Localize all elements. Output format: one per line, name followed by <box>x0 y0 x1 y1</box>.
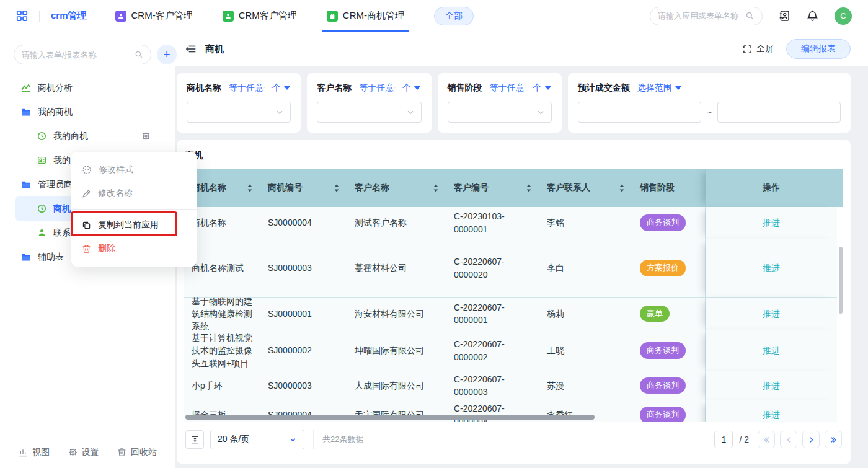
footer-label: 设置 <box>82 447 99 458</box>
add-form-button[interactable]: + <box>157 45 177 64</box>
filter-value-select[interactable] <box>448 102 552 123</box>
column-header-kehu-bianhao[interactable]: 客户编号 <box>446 169 539 207</box>
sidebar-item-wode-shangji-report[interactable]: 我的商机 <box>0 124 175 148</box>
cell-customer-code: C-20220607-0000001 <box>446 298 539 330</box>
advance-stage-link[interactable]: 推进 <box>763 408 780 421</box>
tab-crm-kehuguanli-2[interactable]: CRM客户管理 <box>223 0 297 32</box>
sidebar-item-wode-shangji-folder[interactable]: 我的商机 <box>0 100 175 124</box>
cell-customer: 测试客户名称 <box>347 207 446 239</box>
range-min-input[interactable] <box>578 102 701 123</box>
filter-label: 销售阶段 <box>448 82 482 94</box>
sidebar-item-label: 商机分析 <box>38 82 73 94</box>
scrollbar-gutter <box>837 400 843 422</box>
chevron-down-icon <box>289 436 297 444</box>
table-row[interactable]: 基于物联网的建筑结构健康检测系统 SJ0000001 海安材料有限公司 C-20… <box>184 298 843 330</box>
pencil-icon <box>82 189 91 198</box>
cell-contact: 杨莉 <box>539 298 632 330</box>
item-settings-gear-icon[interactable] <box>141 131 151 141</box>
search-icon <box>745 11 755 20</box>
stage-badge: 赢单 <box>640 306 670 322</box>
filter-operator-dropdown[interactable]: 选择范围 <box>637 82 681 94</box>
cell-code: SJ0000003 <box>260 239 347 298</box>
menu-item-modify-style[interactable]: 修改样式 <box>71 158 197 182</box>
filter-shangji-mingcheng: 商机名称 等于任意一个 <box>177 73 301 133</box>
prev-page-button[interactable] <box>780 431 797 448</box>
cell-customer: 大成国际有限公司 <box>347 371 446 400</box>
filter-operator-dropdown[interactable]: 等于任意一个 <box>229 82 290 94</box>
table-row[interactable]: 商机名称 SJ0000004 测试客户名称 C-20230103-0000001… <box>184 207 843 239</box>
pagination-bar: 20 条/页 共22条数据 / 2 <box>184 429 843 450</box>
gear-icon <box>68 448 78 457</box>
sort-icon[interactable] <box>433 184 438 192</box>
cell-customer-code: C-20220607-0000003 <box>446 371 539 400</box>
global-search[interactable] <box>650 7 763 25</box>
all-apps-pill[interactable]: 全部 <box>434 7 474 25</box>
cell-contact: 李白 <box>539 239 632 298</box>
cell-code: SJ0000003 <box>260 371 347 400</box>
sort-icon[interactable] <box>526 184 531 192</box>
caret-down-icon <box>675 86 681 90</box>
apps-grid-icon[interactable] <box>16 10 28 22</box>
cell-customer-code: C-20230103-0000001 <box>446 207 539 239</box>
row-height-button[interactable] <box>185 430 204 449</box>
stage-badge: 商务谈判 <box>640 214 686 231</box>
advance-stage-link[interactable]: 推进 <box>763 307 780 320</box>
advance-stage-link[interactable]: 推进 <box>763 379 780 392</box>
folder-icon <box>21 252 31 262</box>
tab-crm-shangjiguanli[interactable]: CRM-商机管理 <box>327 0 404 32</box>
horizontal-scrollbar[interactable] <box>185 415 595 420</box>
sidebar-search[interactable] <box>14 45 151 64</box>
last-page-button[interactable] <box>825 431 842 448</box>
cell-stage: 赢单 <box>632 298 706 330</box>
sidebar-search-input[interactable] <box>22 50 131 60</box>
footer-settings-button[interactable]: 设置 <box>68 447 99 458</box>
global-search-input[interactable] <box>658 11 742 20</box>
sidebar-item-shangji-fenxi[interactable]: 商机分析 <box>0 76 175 100</box>
footer-recycle-bin-button[interactable]: 回收站 <box>117 447 157 458</box>
menu-item-rename[interactable]: 修改名称 <box>71 182 197 205</box>
sort-icon[interactable] <box>247 184 252 192</box>
home-app-link[interactable]: crm管理 <box>51 10 87 22</box>
page-size-select[interactable]: 20 条/页 <box>210 430 304 449</box>
collapse-sidebar-icon[interactable] <box>185 43 197 55</box>
column-header-shangji-bianhao[interactable]: 商机编号 <box>260 169 347 207</box>
column-header-kehu-lianxiren[interactable]: 客户联系人 <box>539 169 632 207</box>
column-header-kehu-mingcheng[interactable]: 客户名称 <box>347 169 446 207</box>
menu-item-copy-to-current-app[interactable]: 复制到当前应用 <box>71 213 197 237</box>
table-row[interactable]: 基于计算机视觉技术的监控摄像头互联网+项目 SJ0000002 坤曜国际有限公司… <box>184 330 843 371</box>
column-header-xiaoshou-jieduan[interactable]: 销售阶段 <box>632 169 706 207</box>
table-row[interactable]: 商机名称测试 SJ0000003 蔓霍材料公司 C-20220607-00000… <box>184 239 843 298</box>
current-page-input[interactable] <box>714 431 733 448</box>
tab-crm-kehuguanli-1[interactable]: CRM-客户管理 <box>115 0 193 32</box>
stage-badge: 商务谈判 <box>640 342 686 359</box>
next-page-button[interactable] <box>802 431 820 448</box>
copy-icon <box>82 221 91 230</box>
first-page-button[interactable] <box>758 431 775 448</box>
advance-stage-link[interactable]: 推进 <box>763 216 780 229</box>
advance-stage-link[interactable]: 推进 <box>763 262 780 274</box>
notification-bell-icon[interactable] <box>807 10 818 22</box>
edit-report-button[interactable]: 编辑报表 <box>786 39 851 59</box>
contacts-book-icon[interactable] <box>779 10 790 22</box>
filter-value-select[interactable] <box>187 102 291 123</box>
vertical-scrollbar[interactable] <box>839 247 843 314</box>
filter-label: 预计成交金额 <box>578 82 630 94</box>
fullscreen-button[interactable]: 全屏 <box>743 43 774 55</box>
stage-badge: 商务谈判 <box>640 407 686 422</box>
menu-item-delete[interactable]: 删除 <box>71 237 197 260</box>
filter-operator-dropdown[interactable]: 等于任意一个 <box>490 82 551 94</box>
chevron-down-icon <box>536 108 545 117</box>
menu-divider <box>71 209 197 210</box>
range-max-input[interactable] <box>717 102 841 123</box>
sort-icon[interactable] <box>619 184 624 192</box>
sort-icon[interactable] <box>334 184 339 192</box>
table-row[interactable]: 小p手环 SJ0000003 大成国际有限公司 C-20220607-00000… <box>184 371 843 400</box>
cell-name: 小p手环 <box>184 371 260 400</box>
column-header-caozuo: 操作 <box>706 169 837 207</box>
cell-contact: 苏漫 <box>539 371 632 400</box>
user-avatar[interactable]: C <box>835 7 852 25</box>
filter-operator-dropdown[interactable]: 等于任意一个 <box>359 82 420 94</box>
footer-views-button[interactable]: 视图 <box>19 447 50 458</box>
advance-stage-link[interactable]: 推进 <box>763 344 780 356</box>
filter-value-select[interactable] <box>317 102 421 123</box>
